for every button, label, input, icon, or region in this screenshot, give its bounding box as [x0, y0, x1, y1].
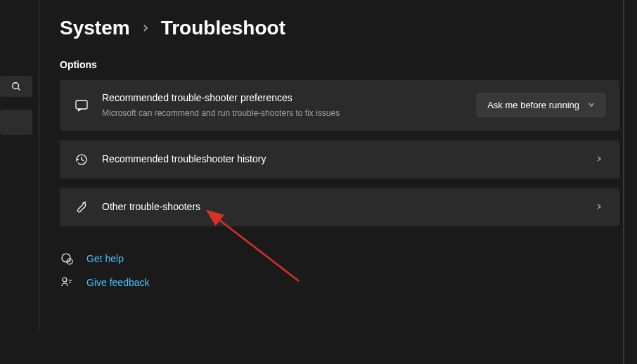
run-preference-dropdown[interactable]: Ask me before running	[477, 93, 605, 117]
page-title: Troubleshoot	[161, 17, 285, 39]
svg-text:?: ?	[68, 259, 71, 264]
chevron-right-icon	[141, 21, 150, 36]
give-feedback-link[interactable]: Give feedback	[60, 275, 619, 290]
feedback-icon	[60, 276, 73, 289]
chevron-down-icon	[588, 101, 595, 110]
chat-icon	[75, 98, 89, 112]
history-title: Recommended troubleshooter history	[102, 152, 583, 167]
nav-item-selected[interactable]	[0, 110, 32, 135]
other-troubleshooters-card[interactable]: Other trouble-shooters	[60, 188, 619, 226]
breadcrumb-parent[interactable]: System	[60, 17, 130, 39]
breadcrumb: System Troubleshoot	[60, 17, 619, 39]
search-box[interactable]	[0, 76, 32, 97]
history-icon	[75, 152, 89, 167]
sidebar-divider	[39, 0, 39, 330]
recommended-prefs-title: Recommended trouble-shooter preferences	[102, 91, 464, 105]
chevron-right-icon	[596, 154, 603, 164]
chevron-right-icon	[596, 202, 603, 212]
other-title: Other trouble-shooters	[102, 200, 583, 214]
give-feedback-label: Give feedback	[86, 277, 150, 288]
wrench-icon	[75, 200, 89, 214]
search-icon	[11, 82, 21, 91]
svg-rect-2	[76, 100, 87, 109]
svg-point-6	[63, 278, 67, 282]
recommended-prefs-subtitle: Microsoft can recommend and run trouble-…	[102, 107, 464, 119]
window-border	[623, 0, 624, 364]
dropdown-value: Ask me before running	[487, 100, 579, 110]
get-help-label: Get help	[86, 253, 124, 264]
history-card[interactable]: Recommended troubleshooter history	[60, 141, 619, 178]
help-icon: ?	[60, 252, 73, 265]
svg-point-0	[13, 83, 19, 89]
options-heading: Options	[60, 59, 619, 70]
get-help-link[interactable]: ? Get help	[60, 252, 619, 266]
recommended-preferences-card[interactable]: Recommended trouble-shooter preferences …	[60, 80, 619, 131]
svg-line-1	[18, 89, 20, 91]
